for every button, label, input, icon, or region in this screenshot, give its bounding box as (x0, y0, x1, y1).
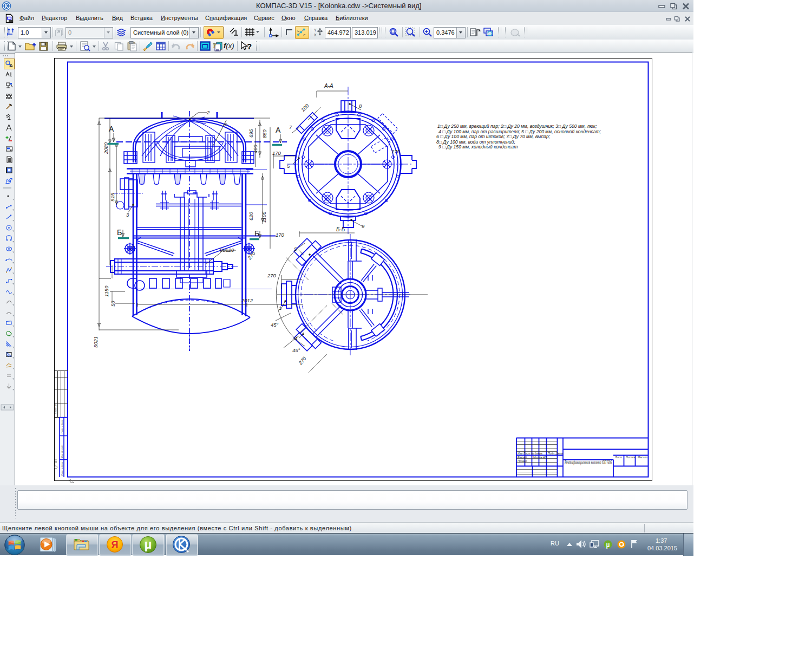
svg-text:А-А: А-А (324, 83, 333, 89)
svg-text:µ: µ (145, 537, 152, 551)
svg-text:2080: 2080 (103, 142, 109, 154)
svg-text:915: 915 (109, 192, 115, 202)
svg-text:Инв. № дубл.: Инв. № дубл. (61, 444, 63, 458)
svg-text:Ректификационная колонна ОП 50: Ректификационная колонна ОП 506 (564, 459, 612, 465)
svg-text:5: 5 (287, 163, 290, 169)
svg-text:2012: 2012 (241, 297, 253, 303)
svg-text:8□ Ду 100 мм, вода от уплотнен: 8□ Ду 100 мм, вода от уплотнений; (436, 139, 515, 145)
svg-text:170: 170 (391, 148, 401, 154)
svg-text:4 □ Ду 100 мм, пар от расширит: 4 □ Ду 100 мм, пар от расширителя; 5 □ Д… (438, 129, 601, 134)
svg-text:50±20: 50±20 (220, 247, 234, 253)
svg-text:X: X (314, 33, 317, 37)
svg-text:Разраб.: Разраб. (518, 456, 527, 459)
svg-text:6 □ Ду 100 мм, пар от штоков;: 6 □ Ду 100 мм, пар от штоков; 7□ Ду 70 м… (436, 134, 551, 139)
svg-text:4: 4 (294, 335, 297, 341)
svg-text:Провер.: Провер. (518, 459, 528, 463)
svg-text:Лист: Лист (614, 456, 622, 459)
svg-text:1□ Ду 250 мм, греющий пар; 2: 1□ Ду 250 мм, греющий пар; 2□ Ду 20 мм, … (437, 123, 597, 129)
svg-text:400: 400 (252, 144, 258, 153)
svg-text:9: 9 (362, 223, 365, 229)
svg-text:Y: Y (314, 28, 317, 32)
svg-text:Митин АН: Митин АН (533, 456, 547, 459)
svg-text:7: 7 (289, 124, 292, 130)
svg-text:1105: 1105 (261, 211, 267, 223)
svg-text:?: ? (213, 41, 217, 49)
svg-text:3: 3 (126, 212, 129, 218)
svg-text:Масшт.: Масшт. (638, 456, 648, 459)
svg-text:Я: Я (112, 540, 119, 550)
svg-text:А: А (276, 126, 281, 134)
svg-text:850: 850 (261, 129, 267, 138)
svg-text:695: 695 (248, 128, 254, 138)
svg-text:Подп. Дата: Подп. Дата (548, 452, 563, 455)
svg-text:1: 1 (279, 305, 281, 311)
svg-text:?: ? (247, 42, 252, 51)
svg-text:Б-Б: Б-Б (336, 226, 345, 232)
svg-text:Б: Б (254, 229, 259, 238)
svg-text:170: 170 (276, 232, 285, 238)
svg-text:Справ. №: Справ. № (54, 404, 57, 414)
svg-text:8: 8 (359, 103, 362, 109)
svg-text:2: 2 (206, 109, 210, 115)
svg-text:5021: 5021 (93, 336, 99, 348)
svg-text:5: 5 (294, 246, 297, 252)
svg-text:Подп. и дата: Подп. и дата (61, 419, 63, 433)
svg-text:µ: µ (606, 541, 610, 549)
svg-text:620: 620 (248, 211, 254, 220)
svg-text:Листов: Листов (625, 456, 636, 459)
svg-text:9 □ Ду 150 мм, холодный конден: 9 □ Ду 150 мм, холодный конденсат (438, 144, 518, 150)
svg-text:45°: 45° (271, 322, 279, 328)
svg-text:А: А (109, 125, 114, 133)
svg-text:Подп. и дата: Подп. и дата (61, 461, 63, 476)
svg-text:170: 170 (272, 150, 281, 156)
svg-text:Б: Б (117, 228, 122, 237)
svg-text:270: 270 (267, 272, 277, 278)
svg-text:50: 50 (110, 301, 116, 307)
svg-text:Изм Лист № докум.: Изм Лист № докум. (518, 452, 543, 455)
svg-text:1150: 1150 (103, 285, 109, 297)
svg-text:45°: 45° (292, 347, 300, 353)
